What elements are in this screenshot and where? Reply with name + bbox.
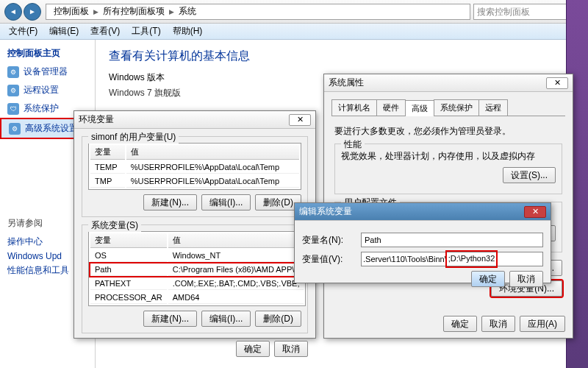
dialog-title: 编辑系统变量 [299,205,352,218]
sys-new-button[interactable]: 新建(N)... [143,311,197,327]
table-row[interactable]: OSWindows_NT [90,250,304,262]
close-icon[interactable]: ✕ [289,114,311,126]
dialog-title: 环境变量 [79,113,114,126]
sidebar-item-label: 系统保护 [24,102,59,115]
cancel-button[interactable]: 取消 [509,271,543,287]
col-variable: 变量 [90,233,167,248]
gear-icon: ⚙ [9,123,21,135]
page-title: 查看有关计算机的基本信息 [109,49,575,64]
table-row[interactable]: PATHEXT.COM;.EXE;.BAT;.CMD;.VBS;.VBE; [90,277,304,290]
breadcrumb-item[interactable]: 控制面板 [49,4,93,19]
sidebar-item-device-manager[interactable]: ⚙设备管理器 [0,63,95,81]
dialog-titlebar[interactable]: 系统属性 ✕ [324,74,573,92]
tab-protection[interactable]: 系统保护 [434,99,479,116]
ok-button[interactable]: 确定 [443,316,477,332]
menu-edit[interactable]: 编辑(E) [43,24,85,39]
close-icon[interactable]: ✕ [546,77,568,89]
tab-hardware[interactable]: 硬件 [376,99,406,116]
perf-legend: 性能 [341,138,365,151]
dialog-titlebar[interactable]: 环境变量 ✕ [74,111,315,129]
tab-remote[interactable]: 远程 [478,99,508,116]
col-value: 值 [168,233,304,248]
col-variable: 变量 [90,145,125,160]
back-button[interactable]: ◄ [4,3,22,21]
chevron-right-icon: ▶ [93,8,98,15]
menu-tools[interactable]: 工具(T) [126,24,166,39]
shield-icon: 🛡 [7,103,19,115]
user-edit-button[interactable]: 编辑(I)... [201,194,251,210]
cancel-button[interactable]: 取消 [274,341,308,357]
forward-button[interactable]: ► [24,3,41,21]
menu-file[interactable]: 文件(F) [3,24,43,39]
varvalue-highlight: ;D:\Python32 [447,252,497,266]
sys-delete-button[interactable]: 删除(D) [255,311,301,327]
menu-help[interactable]: 帮助(H) [167,24,209,39]
menubar: 文件(F) 编辑(E) 查看(V) 工具(T) 帮助(H) [0,24,588,40]
tab-strip: 计算机名 硬件 高级 系统保护 远程 [331,99,565,116]
apply-button[interactable]: 应用(A) [520,316,565,332]
gear-icon: ⚙ [7,66,19,78]
varvalue-input[interactable]: .Server\110\Tools\Binn\;D:\Python32 [361,252,543,266]
sidebar-item-label: 设备管理器 [24,66,68,78]
breadcrumb-item[interactable]: 所有控制面板项 [98,4,169,19]
table-row[interactable]: PROCESSOR_ARAMD64 [90,291,304,304]
varvalue-prefix: .Server\110\Tools\Binn\ [363,255,447,263]
user-vars-table[interactable]: 变量值 TEMP%USERPROFILE%\AppData\Local\Temp… [88,143,301,190]
sys-vars-table[interactable]: 变量值 OSWindows_NT PathC:\Program Files (x… [88,231,306,306]
cancel-button[interactable]: 取消 [481,316,515,332]
perf-text: 视觉效果，处理器计划，内存使用，以及虚拟内存 [341,150,556,163]
table-row[interactable]: TEMP%USERPROFILE%\AppData\Local\Temp [90,161,299,174]
explorer-addressbar: ◄ ► 控制面板 ▶ 所有控制面板项 ▶ 系统 搜索控制面板 [0,0,588,24]
close-icon[interactable]: ✕ [524,206,546,218]
user-new-button[interactable]: 新建(N)... [143,194,197,210]
sys-vars-legend: 系统变量(S) [88,219,141,232]
dialog-titlebar[interactable]: 编辑系统变量 ✕ [295,203,551,221]
chevron-right-icon: ▶ [169,8,174,15]
ok-button[interactable]: 确定 [236,341,270,357]
table-row-path[interactable]: PathC:\Program Files (x86)\AMD APP\. [90,263,304,276]
env-variables-dialog: 环境变量 ✕ simonf 的用户变量(U) 变量值 TEMP%USERPROF… [74,110,316,339]
sidebar-header[interactable]: 控制面板主页 [0,44,95,63]
varname-label: 变量名(N): [302,234,361,247]
sidebar-item-remote[interactable]: ⚙远程设置 [0,81,95,99]
menu-view[interactable]: 查看(V) [85,24,126,39]
dialog-title: 系统属性 [329,77,364,89]
breadcrumb[interactable]: 控制面板 ▶ 所有控制面板项 ▶ 系统 [46,4,470,20]
sidebar-item-label: 高级系统设置 [25,122,78,135]
sidebar-item-label: 远程设置 [24,84,59,96]
gear-icon: ⚙ [7,85,19,96]
tab-advanced[interactable]: 高级 [405,100,434,116]
sys-edit-button[interactable]: 编辑(I)... [201,311,251,327]
ok-button[interactable]: 确定 [471,271,505,287]
tab-computername[interactable]: 计算机名 [331,99,377,116]
edit-variable-dialog: 编辑系统变量 ✕ 变量名(N): 变量值(V): .Server\110\Too… [294,202,551,283]
user-vars-legend: simonf 的用户变量(U) [88,131,179,144]
breadcrumb-item[interactable]: 系统 [174,4,201,19]
col-value: 值 [126,145,299,160]
admin-note: 要进行大多数更改，您必须作为管理员登录。 [334,125,562,138]
table-row[interactable]: TMP%USERPROFILE%\AppData\Local\Temp [90,175,299,188]
varname-input[interactable] [361,233,543,247]
perf-settings-button[interactable]: 设置(S)... [503,167,556,183]
varvalue-label: 变量值(V): [302,253,361,266]
